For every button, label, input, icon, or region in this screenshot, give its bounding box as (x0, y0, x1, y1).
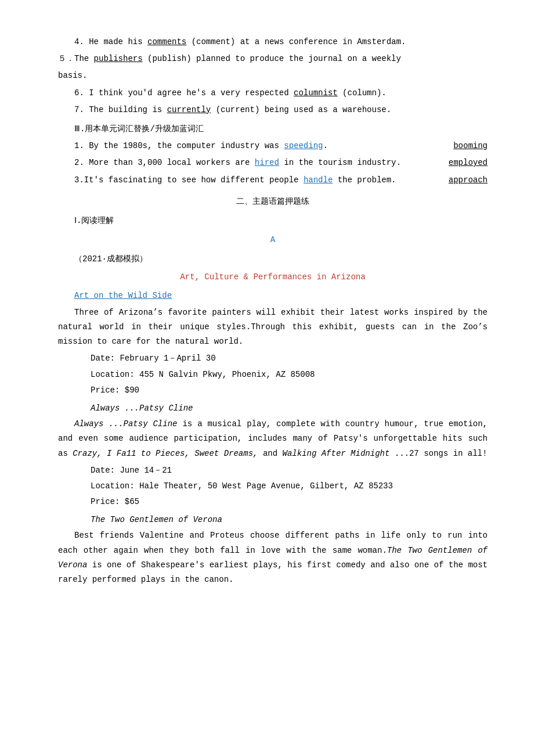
word-columnist: columnist (294, 88, 338, 98)
article-1: Art on the Wild Side Three of Arizona’s … (58, 289, 488, 398)
word-publishers: publishers (94, 54, 143, 63)
article-2-location: Location: Hale Theater, 50 West Page Ave… (58, 479, 488, 494)
sentence-5: ５．The publishers (publish) planned to pr… (58, 52, 488, 83)
sentence-6: 6. I think you'd agree he's a very respe… (58, 86, 488, 100)
vocab-row-3: 3.It's fascinating to see how different … (58, 173, 488, 188)
year-note: （2021·成都模拟） (58, 252, 488, 267)
article-3: The Two Gentlemen of Verona Best friends… (58, 513, 488, 587)
article-1-subtitle: Art on the Wild Side (58, 289, 488, 303)
article-2: Always ...Patsy Cline Always ...Patsy Cl… (58, 401, 488, 509)
center-a: A (58, 233, 488, 247)
main-content: 4. He made his comments (comment) at a n… (58, 35, 488, 587)
article-1-date: Date: February 1－April 30 (58, 351, 488, 366)
article-3-subtitle: The Two Gentlemen of Verona (58, 513, 488, 527)
section-2-title: 二、主题语篇押题练 (58, 195, 488, 209)
answer-booming: booming (437, 139, 488, 153)
answer-employed: employed (432, 156, 488, 170)
sub-reading: Ⅰ.阅读理解 (58, 214, 488, 228)
answer-approach: approach (432, 173, 488, 188)
article-2-date: Date: June 14－21 (58, 463, 488, 478)
word-hired: hired (255, 158, 279, 167)
article-1-price: Price: $90 (58, 383, 488, 398)
article-2-subtitle: Always ...Patsy Cline (58, 401, 488, 416)
vocab-row-1: 1. By the 1980s, the computer industry w… (58, 139, 488, 153)
section-3-title: Ⅲ.用本单元词汇替换/升级加蓝词汇 (58, 122, 488, 136)
word-handle: handle (304, 175, 333, 185)
sentence-7: 7. The building is currently (current) b… (58, 103, 488, 117)
main-reading-title: Art, Culture & Performances in Arizona (58, 270, 488, 285)
article-1-location: Location: 455 N Galvin Pkwy, Phoenix, AZ… (58, 368, 488, 382)
section-3: Ⅲ.用本单元词汇替换/升级加蓝词汇 1. By the 1980s, the c… (58, 122, 488, 188)
article-2-para: Always ...Patsy Cline is a musical play,… (58, 417, 488, 461)
word-currently: currently (167, 105, 211, 114)
article-1-para: Three of Arizona’s favorite painters wil… (58, 305, 488, 350)
vocab-row-2: 2. More than 3,000 local workers are hir… (58, 156, 488, 170)
word-speeding: speeding (284, 141, 323, 150)
article-3-para: Best friends Valentine and Proteus choos… (58, 528, 488, 587)
article-2-price: Price: $65 (58, 495, 488, 509)
sentence-4: 4. He made his comments (comment) at a n… (58, 35, 488, 49)
word-comments: comments (147, 37, 186, 46)
